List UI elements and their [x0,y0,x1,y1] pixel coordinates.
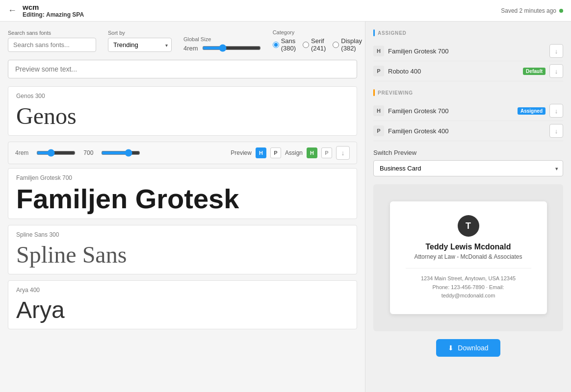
fc-download-button[interactable]: ↓ [336,146,350,160]
global-size-slider[interactable] [202,44,261,52]
previewing-section: PREVIEWING H Familjen Grotesk 700 Assign… [373,89,563,141]
header: ← wcm Editing: Amazing SPA Saved 2 minut… [0,0,571,22]
assigned-p-download-button[interactable]: ↓ [549,64,563,78]
main-layout: Search sans fonts Sort by Trending Alpha… [0,22,571,392]
assigned-font-row-p: P Roboto 400 Default ↓ [373,61,563,81]
fc-weight-slider-group [101,149,140,157]
assign-label: Assign [285,149,303,156]
category-serif[interactable]: Serif (241) [303,37,326,52]
bc-divider [406,268,531,269]
search-label: Search sans fonts [8,30,96,36]
previewing-p-download-button[interactable]: ↓ [549,124,563,138]
size-value: 4rem [183,45,198,52]
previewing-h-download-button[interactable]: ↓ [549,104,563,118]
fc-actions: Preview H P Assign H P ↓ [231,146,350,160]
font-preview-familjen: Familjen Grotesk [16,185,349,213]
badge-h: H [373,46,384,56]
logo: wcm Editing: Amazing SPA [23,3,84,18]
previewing-font-name-p: Familjen Grotesk 400 [388,127,545,135]
left-panel: Search sans fonts Sort by Trending Alpha… [0,22,365,392]
sort-select[interactable]: Trending Alphabetical Popular [108,38,172,52]
business-card-preview-container: T Teddy Lewis Mcdonald Attorney at Law -… [373,184,563,331]
fc-size-slider[interactable] [36,149,76,157]
bc-avatar: T [458,215,479,237]
assigned-divider [373,29,375,36]
font-label-familjen: Familjen Grotesk 700 [16,174,349,181]
assigned-tag: Assigned [518,107,545,115]
search-input[interactable] [8,38,96,52]
previewing-font-row-h: H Familjen Grotesk 700 Assigned ↓ [373,101,563,121]
preview-label: Preview [231,149,252,156]
category-sans[interactable]: Sans (380) [273,37,296,52]
previewing-font-row-p: P Familjen Grotesk 400 ↓ [373,121,563,141]
assign-h-button[interactable]: H [307,147,317,158]
assigned-font-row-h: H Familjen Grotesk 700 ↓ [373,41,563,61]
font-card-familjen: Familjen Grotesk 700 Familjen Grotesk [8,168,357,219]
category-label: Category [273,29,365,35]
preview-p-button[interactable]: P [270,147,281,158]
switch-preview-section: Switch Preview Business Card Homepage Bl… [373,149,563,176]
size-label: Global Size [183,36,261,42]
right-panel: ASSIGNED H Familjen Grotesk 700 ↓ P Robo… [365,22,571,392]
preview-h-button[interactable]: H [256,147,266,158]
default-tag: Default [523,68,545,75]
font-card-spline: Spline Sans 300 Spline Sans [8,225,357,274]
download-button[interactable]: ⬇ Download [436,339,500,357]
category-display[interactable]: Display (382) [333,37,362,52]
size-group: Global Size 4rem [183,36,261,52]
business-card: T Teddy Lewis Mcdonald Attorney at Law -… [390,201,547,314]
font-preview-arya: Arya [16,297,349,323]
bc-name: Teddy Lewis Mcdonald [406,243,531,251]
font-card-genos: Genos 300 Genos [8,86,357,136]
bc-address: 1234 Main Street, Anytown, USA 12345 Pho… [406,274,531,300]
assigned-section-title: ASSIGNED [373,29,563,36]
switch-preview-select[interactable]: Business Card Homepage Blog Post [373,160,563,176]
switch-select-wrapper: Business Card Homepage Blog Post ▾ [373,160,563,176]
previewing-font-name-h: Familjen Grotesk 700 [388,107,514,115]
saved-status: Saved 2 minutes ago [501,7,556,14]
preview-badge-p: P [373,125,384,136]
fc-size-label: 4rem [15,149,28,156]
switch-preview-label: Switch Preview [373,149,563,156]
badge-p: P [373,66,384,76]
fc-size-slider-group [36,149,76,157]
font-preview-genos: Genos [16,103,349,129]
sort-wrapper: Trending Alphabetical Popular ▾ [108,38,172,52]
assigned-h-download-button[interactable]: ↓ [549,44,563,58]
download-icon: ⬇ [448,344,454,352]
font-label-arya: Arya 400 [16,287,349,294]
assigned-font-name-p: Roboto 400 [388,68,519,75]
sort-group: Sort by Trending Alphabetical Popular ▾ [108,30,172,52]
fc-weight-value: 700 [83,149,93,156]
search-group: Search sans fonts [8,30,96,52]
assigned-section: ASSIGNED H Familjen Grotesk 700 ↓ P Robo… [373,29,563,81]
preview-badge-h: H [373,105,384,116]
assigned-font-name-h: Familjen Grotesk 700 [388,48,545,55]
bc-title: Attorney at Law - McDonald & Associates [406,253,531,260]
preview-text-input[interactable] [8,60,357,78]
font-preview-spline: Spline Sans [16,242,349,268]
assign-p-button[interactable]: P [321,147,332,158]
header-right: Saved 2 minutes ago [501,7,563,14]
category-radio-group: Sans (380) Serif (241) Display (382) Scr… [273,37,365,52]
controls-row: Search sans fonts Sort by Trending Alpha… [8,29,357,52]
editing-label: Editing: Amazing SPA [23,11,84,18]
fc-weight-slider[interactable] [101,149,140,157]
font-card-arya: Arya 400 Arya [8,280,357,330]
size-control: 4rem [183,44,261,52]
category-group: Category Sans (380) Serif (241) Display … [273,29,365,52]
sort-label: Sort by [108,30,172,36]
download-button-container: ⬇ Download [373,339,563,357]
saved-indicator [559,9,563,13]
font-controls-familjen: 4rem 700 Preview H P Assign H P ↓ [8,142,357,164]
back-button[interactable]: ← [8,5,17,16]
previewing-divider [373,89,375,96]
font-label-spline: Spline Sans 300 [16,231,349,238]
previewing-section-title: PREVIEWING [373,89,563,96]
font-label-genos: Genos 300 [16,93,349,99]
header-left: ← wcm Editing: Amazing SPA [8,3,84,18]
